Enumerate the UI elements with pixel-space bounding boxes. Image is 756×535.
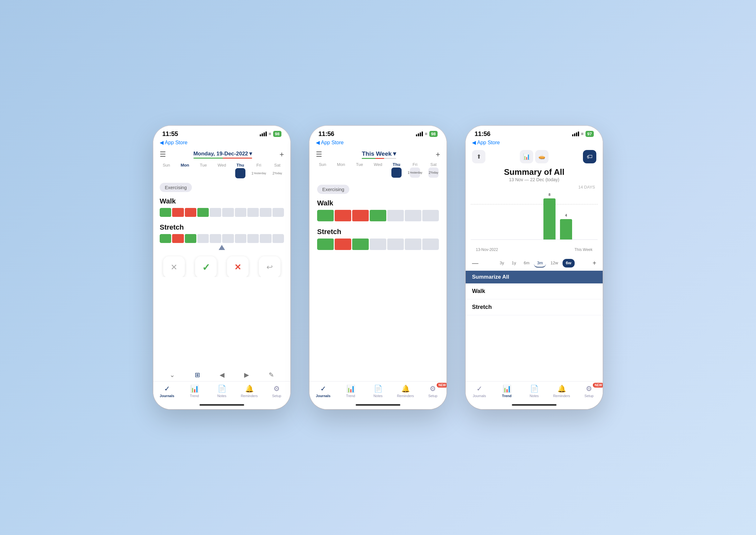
- hamburger-icon-2[interactable]: ☰: [316, 150, 322, 158]
- hamburger-icon-1[interactable]: ☰: [160, 150, 166, 158]
- yes-btn[interactable]: ✓ Yes: [195, 256, 217, 277]
- tab-trend-3[interactable]: 📊 Trend: [493, 385, 521, 398]
- summary-title: Summary of All: [472, 167, 596, 177]
- app-store-text-1: App Store: [165, 140, 187, 146]
- stretch-bar-1: [160, 234, 284, 243]
- journals-label-3: Journals: [473, 394, 486, 398]
- tab-notes-3[interactable]: 📄 Notes: [521, 385, 548, 398]
- arrow-right-icon[interactable]: ▶: [244, 371, 249, 379]
- day-tue-1[interactable]: Tue: [197, 163, 210, 178]
- reminders-label-2: Reminders: [397, 394, 414, 398]
- walk-habit-1: Walk: [160, 197, 284, 217]
- status-bar-2: 11:56 ⌗ 98: [310, 126, 446, 139]
- notes-icon-1: 📄: [218, 385, 226, 393]
- stretch-item[interactable]: Stretch: [466, 299, 603, 315]
- tab-notes-1[interactable]: 📄 Notes: [208, 385, 235, 398]
- tab-trend-2[interactable]: 📊 Trend: [337, 385, 364, 398]
- back-arrow-2: ◀: [316, 139, 320, 146]
- walk-label-2: Walk: [317, 199, 439, 207]
- exercise-tag-1[interactable]: Exercising: [160, 183, 192, 192]
- skip-btn[interactable]: ↩ Skip: [259, 256, 281, 277]
- summary-section: Summary of All 13 Nov — 22 Dec (today) 1…: [466, 166, 603, 189]
- range-12w[interactable]: 12w: [547, 259, 561, 268]
- exercise-tag-2[interactable]: Exercising: [317, 185, 349, 194]
- day-sat-1[interactable]: Sat 2Today: [271, 163, 284, 178]
- stretch-label-1: Stretch: [160, 223, 284, 232]
- day-sun-2[interactable]: Sun: [316, 162, 329, 178]
- edit-icon[interactable]: ✎: [269, 371, 274, 379]
- pie-btn[interactable]: 🥧: [535, 150, 549, 163]
- stretch-habit-2: Stretch: [317, 228, 439, 250]
- tab-setup-2[interactable]: NEW ⚙ Setup: [419, 385, 446, 398]
- action-buttons-1: ✕ Erase ✓ Yes ✕ No: [160, 256, 284, 277]
- chart-btn[interactable]: 📊: [520, 150, 533, 163]
- range-6m[interactable]: 6m: [521, 259, 532, 268]
- wifi-icon-2: ⌗: [425, 131, 427, 137]
- journals-icon-3: ✓: [476, 385, 482, 393]
- day-fri-1[interactable]: Fri 1Yesterday: [253, 163, 265, 178]
- chevron-down-icon[interactable]: ⌄: [169, 371, 175, 379]
- days-label: 14 DAYS: [472, 185, 596, 189]
- day-mon-1[interactable]: Mon: [178, 163, 191, 178]
- day-fri-2[interactable]: Fri 1Yesterday: [408, 162, 421, 178]
- pie-chart-icon: 🥧: [538, 153, 545, 160]
- home-indicator-3: [466, 400, 603, 409]
- day-sat-2[interactable]: Sat 2Today: [427, 162, 440, 178]
- time-3: 11:56: [474, 130, 491, 138]
- day-sun-1[interactable]: Sun: [160, 163, 173, 178]
- no-btn[interactable]: ✕ No: [227, 256, 249, 277]
- day-wed-2[interactable]: Wed: [372, 162, 384, 178]
- week-title[interactable]: This Week ▾: [362, 150, 396, 157]
- day-thu-1[interactable]: Thu: [234, 163, 247, 178]
- phone-1: 11:55 ⌗ 98 ◀ App Store: [153, 126, 290, 409]
- hourglass-icon[interactable]: ⊞: [195, 371, 200, 379]
- share-btn[interactable]: ⬆: [472, 150, 485, 163]
- walk-item[interactable]: Walk: [466, 283, 603, 299]
- day-thu-2[interactable]: Thu: [390, 162, 403, 178]
- range-3m[interactable]: 3m: [534, 259, 546, 268]
- journals-label-2: Journals: [316, 394, 330, 398]
- battery-1: 98: [273, 131, 282, 137]
- plus-icon-2[interactable]: +: [436, 150, 440, 159]
- tab-journals-1[interactable]: ✓ Journals: [153, 385, 181, 398]
- arrow-left-icon[interactable]: ◀: [220, 371, 225, 379]
- tab-notes-2[interactable]: 📄 Notes: [364, 385, 392, 398]
- walk-bar-2: [317, 210, 439, 221]
- range-minus-btn[interactable]: —: [471, 258, 480, 268]
- tab-setup-1[interactable]: ⚙ Setup: [263, 385, 290, 398]
- tab-journals-2[interactable]: ✓ Journals: [310, 385, 337, 398]
- erase-btn[interactable]: ✕ Erase: [163, 256, 185, 277]
- tab-reminders-1[interactable]: 🔔 Reminders: [235, 385, 263, 398]
- tab-reminders-2[interactable]: 🔔 Reminders: [392, 385, 419, 398]
- day-tue-2[interactable]: Tue: [353, 162, 366, 178]
- tag-btn[interactable]: 🏷: [583, 150, 596, 163]
- setup-label-2: Setup: [428, 394, 438, 398]
- tag-icon: 🏷: [587, 154, 592, 160]
- range-3y[interactable]: 3y: [497, 259, 507, 268]
- day-wed-1[interactable]: Wed: [215, 163, 228, 178]
- summary-date: 13 Nov — 22 Dec (today): [472, 177, 596, 182]
- status-icons-2: ⌗ 98: [416, 131, 438, 137]
- range-plus-btn[interactable]: +: [591, 258, 598, 268]
- stretch-bar-2: [317, 239, 439, 250]
- tab-trend-1[interactable]: 📊 Trend: [181, 385, 208, 398]
- tab-setup-3[interactable]: NEW ⚙ Setup: [575, 385, 603, 398]
- status-icons-3: ⌗ 97: [572, 131, 594, 137]
- range-6w[interactable]: 6w: [562, 259, 574, 268]
- status-bar-1: 11:55 ⌗ 98: [153, 126, 290, 139]
- journals-icon-2: ✓: [320, 385, 326, 393]
- title-underline-1: [194, 157, 253, 158]
- home-indicator-1: [153, 400, 290, 409]
- walk-bar-1: [160, 208, 284, 217]
- tab-reminders-3[interactable]: 🔔 Reminders: [548, 385, 575, 398]
- tab-journals-3[interactable]: ✓ Journals: [466, 385, 493, 398]
- week-header-2: ☰ This Week ▾ +: [310, 148, 446, 159]
- range-1y[interactable]: 1y: [508, 259, 519, 268]
- nav-title-1[interactable]: Monday, 19-Dec-2022 ▾: [194, 150, 253, 157]
- journals-icon-1: ✓: [164, 385, 170, 393]
- day-picker-1: Sun Mon Tue Wed Thu: [153, 161, 290, 180]
- plus-icon-1[interactable]: +: [280, 150, 284, 159]
- day-mon-2[interactable]: Mon: [335, 162, 348, 178]
- stretch-habit-1: Stretch: [160, 223, 284, 250]
- trend-label-3: Trend: [502, 394, 512, 398]
